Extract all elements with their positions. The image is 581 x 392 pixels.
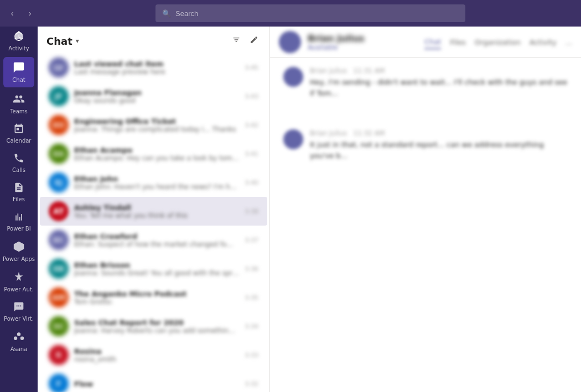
list-item[interactable]: EO Engineering Office Ticket Joanna: Thi… bbox=[40, 111, 267, 139]
avatar: AT bbox=[49, 201, 69, 221]
sidebar-item-calls[interactable]: Calls bbox=[0, 148, 38, 177]
tab-chat[interactable]: Chat bbox=[424, 35, 441, 49]
chat-time: 3:42 bbox=[245, 122, 258, 129]
svg-point-3 bbox=[20, 337, 24, 340]
sidebar-item-label-asana: Asana bbox=[11, 346, 28, 352]
list-item[interactable]: EJ Ethan John Ethan John: Haven't you he… bbox=[40, 168, 267, 197]
chat-preview: Ethan Acampo: Hey can you take a look by… bbox=[74, 154, 239, 162]
powerbi-icon bbox=[13, 211, 24, 224]
messages-area: Brian Julius 11:31 AM Hey, I'm sending -… bbox=[270, 58, 581, 392]
sidebar-item-label-calendar: Calendar bbox=[7, 138, 32, 144]
chat-name: Sales Chat Report for 2020 bbox=[74, 318, 239, 327]
chat-name: Ethan Brisson bbox=[74, 261, 239, 269]
chat-preview: Tom Grotto: bbox=[74, 298, 239, 306]
chat-time: 3:43 bbox=[245, 93, 258, 100]
chat-header-tabs: Chat Files Organization Activity ... bbox=[424, 35, 572, 49]
tab-files[interactable]: Files bbox=[450, 36, 466, 49]
contact-status: Available bbox=[308, 44, 418, 51]
list-item[interactable]: R Rosina rosina_smith 3:33 bbox=[40, 341, 267, 369]
avatar: R bbox=[49, 345, 69, 365]
sidebar-item-activity[interactable]: Activity bbox=[0, 27, 38, 56]
list-item[interactable]: JF Joanna Flanagan Okay sounds good 3:43 bbox=[40, 82, 267, 111]
sidebar-item-powerautomate[interactable]: Power Aut. bbox=[0, 266, 38, 297]
sidebar-item-calendar[interactable]: Calendar bbox=[0, 119, 38, 148]
sidebar-item-powerapps[interactable]: Power Apps bbox=[0, 236, 38, 266]
sidebar-item-teams[interactable]: Teams bbox=[0, 88, 38, 119]
avatar: JF bbox=[49, 86, 69, 106]
asana-icon bbox=[13, 331, 25, 344]
list-item[interactable]: SC Sales Chat Report for 2020 Joanna: Ha… bbox=[40, 312, 267, 341]
chat-items-list: LV Last viewed chat item Last message pr… bbox=[38, 53, 269, 392]
message-avatar bbox=[283, 67, 303, 87]
chat-preview: Joanna: Things are complicated today i..… bbox=[74, 126, 239, 133]
chat-list-title[interactable]: Chat ▾ bbox=[46, 35, 79, 47]
chat-name: Engineering Office Ticket bbox=[74, 117, 239, 126]
chat-content: Ethan Crawford Ethan: Suspect of how the… bbox=[74, 232, 239, 248]
list-item[interactable]: F Flow 3:32 bbox=[40, 369, 267, 392]
tab-organization[interactable]: Organization bbox=[475, 36, 521, 49]
back-button[interactable]: ‹ bbox=[4, 6, 20, 21]
message-text: Hey, I'm sending - didn't want to wait..… bbox=[310, 77, 568, 98]
chat-content: Sales Chat Report for 2020 Joanna: Harve… bbox=[74, 318, 239, 334]
powerautomate-icon bbox=[13, 271, 25, 285]
list-item[interactable]: EB Ethan Brisson Joanna: Sounds Great! Y… bbox=[40, 254, 267, 283]
search-input[interactable] bbox=[175, 9, 459, 18]
tab-more[interactable]: ... bbox=[566, 36, 572, 49]
chat-content: Rosina rosina_smith bbox=[74, 347, 239, 363]
chat-time: 3:41 bbox=[245, 150, 258, 158]
list-item[interactable]: AT Ashley Tindall You: Tell me what you … bbox=[40, 197, 267, 226]
contact-name: Brian Julius bbox=[308, 33, 418, 44]
powerapps-icon bbox=[13, 241, 25, 254]
sidebar-item-powerbi[interactable]: Power BI bbox=[0, 207, 38, 236]
chat-time: 3:38 bbox=[245, 208, 258, 215]
list-item[interactable]: AM The Anganko Micro Podcast Tom Grotto:… bbox=[40, 283, 267, 312]
message-sender: Brian Julius bbox=[310, 67, 347, 75]
message-body: Brian Julius 11:31 AM Hey, I'm sending -… bbox=[310, 67, 568, 98]
chat-preview: Joanna: Harvey Roberts can you add somet… bbox=[74, 327, 239, 334]
list-item[interactable]: EC Ethan Crawford Ethan: Suspect of how … bbox=[40, 226, 267, 254]
sidebar-item-powervirtual[interactable]: Power Virt. bbox=[0, 297, 38, 326]
teams-icon bbox=[13, 93, 25, 107]
sidebar-item-label-activity: Activity bbox=[8, 45, 29, 51]
sidebar-item-files[interactable]: Files bbox=[0, 177, 38, 207]
navigation-arrows: ‹ › bbox=[4, 6, 38, 21]
calls-icon bbox=[13, 153, 24, 165]
chat-time: 3:36 bbox=[245, 265, 258, 273]
chat-content: Ethan Acampo Ethan Acampo: Hey can you t… bbox=[74, 146, 239, 162]
chat-content: Engineering Office Ticket Joanna: Things… bbox=[74, 117, 239, 133]
list-item[interactable]: LV Last viewed chat item Last message pr… bbox=[40, 53, 267, 82]
chat-time: 3:45 bbox=[245, 64, 258, 71]
forward-button[interactable]: › bbox=[22, 6, 38, 21]
list-item[interactable]: EA Ethan Acampo Ethan Acampo: Hey can yo… bbox=[40, 139, 267, 168]
sidebar-item-label-powerautomate: Power Aut. bbox=[4, 286, 34, 292]
tab-activity[interactable]: Activity bbox=[530, 36, 557, 49]
chat-header-info: Brian Julius Available bbox=[308, 33, 418, 51]
chat-name: Ashley Tindall bbox=[74, 203, 239, 212]
avatar: EB bbox=[49, 259, 69, 279]
chat-name: Ethan John bbox=[74, 175, 239, 183]
message-sender: Brian Julius bbox=[310, 129, 347, 137]
sidebar-item-label-files: Files bbox=[13, 196, 25, 202]
chat-list-panel: Chat ▾ LV Last viewed chat item Last mes… bbox=[38, 0, 270, 392]
message-avatar bbox=[283, 129, 303, 149]
chat-preview: Last message preview here bbox=[74, 68, 239, 76]
sidebar: Activity Chat Teams Calendar bbox=[0, 0, 38, 392]
filter-button[interactable] bbox=[230, 33, 243, 49]
chat-time: 3:32 bbox=[245, 380, 258, 388]
svg-marker-0 bbox=[14, 242, 24, 252]
message-meta: Brian Julius 11:32 AM bbox=[310, 129, 568, 137]
message-group: Brian Julius 11:32 AM It just in that, n… bbox=[283, 129, 568, 161]
avatar: EC bbox=[49, 230, 69, 250]
chat-preview: Ethan John: Haven't you heard the news? … bbox=[74, 183, 239, 191]
main-content: Brian Julius Available Chat Files Organi… bbox=[270, 0, 581, 392]
search-bar[interactable]: 🔍 bbox=[155, 4, 465, 22]
sidebar-item-label-teams: Teams bbox=[10, 108, 28, 114]
sidebar-item-label-powerapps: Power Apps bbox=[3, 256, 35, 262]
chat-time: 3:33 bbox=[245, 352, 258, 359]
files-icon bbox=[13, 182, 24, 195]
search-icon: 🔍 bbox=[162, 9, 171, 18]
sidebar-item-asana[interactable]: Asana bbox=[0, 326, 38, 357]
sidebar-item-chat[interactable]: Chat bbox=[3, 57, 34, 87]
message-body: Brian Julius 11:32 AM It just in that, n… bbox=[310, 129, 568, 161]
new-chat-button[interactable] bbox=[247, 33, 261, 49]
